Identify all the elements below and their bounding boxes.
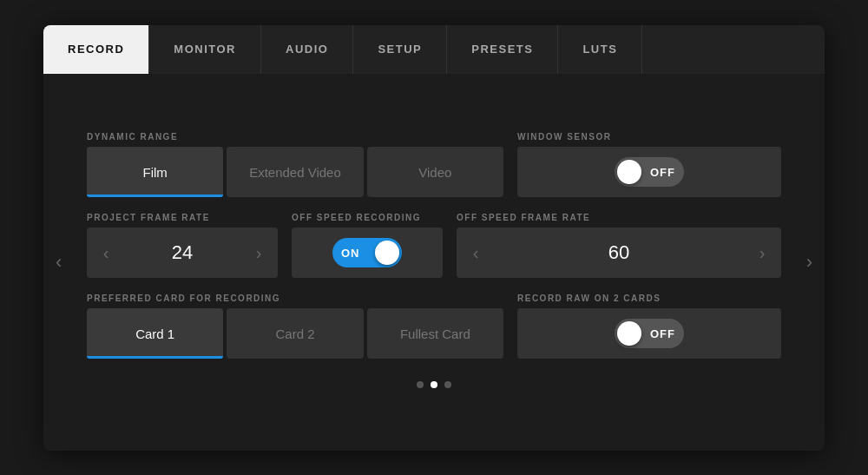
tab-luts[interactable]: LUTS (558, 25, 642, 74)
option-video[interactable]: Video (367, 147, 503, 197)
option-film[interactable]: Film (87, 147, 223, 197)
window-sensor-state: OFF (650, 166, 675, 179)
off-speed-frame-rate-next[interactable]: › (743, 228, 781, 278)
row-2: PROJECT FRAME RATE ‹ 24 › OFF SPEED RECO… (87, 213, 781, 278)
window-sensor-label: WINDOW SENSOR (517, 132, 781, 142)
record-raw-section: RECORD RAW ON 2 CARDS OFF (517, 294, 781, 359)
content-panel: DYNAMIC RANGE Film Extended Video Video … (87, 116, 781, 407)
tab-setup[interactable]: SETUP (353, 25, 447, 74)
page-next-arrow[interactable]: › (806, 251, 812, 274)
preferred-card-section: PREFERRED CARD FOR RECORDING Card 1 Card… (87, 294, 503, 359)
record-raw-knob (617, 321, 641, 346)
dynamic-range-options: Film Extended Video Video (87, 147, 503, 197)
row-3: PREFERRED CARD FOR RECORDING Card 1 Card… (87, 294, 781, 359)
option-card1[interactable]: Card 1 (87, 308, 223, 359)
tab-monitor[interactable]: MONITOR (149, 25, 261, 74)
main-window: RECORD MONITOR AUDIO SETUP PRESETS LUTS … (43, 25, 825, 451)
off-speed-recording-knob (375, 241, 399, 265)
window-sensor-section: WINDOW SENSOR OFF (517, 132, 781, 197)
tab-record[interactable]: RECORD (43, 25, 149, 74)
window-sensor-knob (617, 160, 641, 184)
off-speed-frame-rate-value: 60 (495, 241, 743, 264)
page-prev-arrow[interactable]: ‹ (56, 251, 62, 274)
preferred-card-label: PREFERRED CARD FOR RECORDING (87, 294, 503, 303)
window-sensor-toggle[interactable]: OFF (615, 157, 684, 187)
project-frame-rate-value: 24 (125, 241, 240, 264)
main-content: ‹ › DYNAMIC RANGE Film Extended Video Vi… (43, 74, 825, 451)
row-1: DYNAMIC RANGE Film Extended Video Video … (87, 132, 781, 197)
project-frame-rate-label: PROJECT FRAME RATE (87, 213, 278, 222)
off-speed-recording-label: OFF SPEED RECORDING (292, 213, 443, 222)
off-speed-recording-toggle[interactable]: ON (332, 238, 402, 267)
off-speed-recording-state: ON (341, 247, 360, 260)
off-speed-frame-rate-prev[interactable]: ‹ (457, 228, 495, 278)
tab-presets[interactable]: PRESETS (447, 25, 558, 74)
off-speed-frame-rate-label: OFF SPEED FRAME RATE (457, 213, 781, 222)
record-raw-toggle-container: OFF (517, 308, 781, 359)
pagination-dot-1[interactable] (417, 381, 424, 388)
project-frame-rate-section: PROJECT FRAME RATE ‹ 24 › (87, 213, 278, 278)
project-frame-rate-stepper: ‹ 24 › (87, 228, 278, 278)
off-speed-recording-toggle-container: ON (292, 228, 443, 278)
pagination-dot-3[interactable] (444, 381, 451, 388)
pagination-dot-2[interactable] (431, 381, 437, 388)
off-speed-frame-rate-section: OFF SPEED FRAME RATE ‹ 60 › (457, 213, 781, 278)
tab-bar: RECORD MONITOR AUDIO SETUP PRESETS LUTS (43, 25, 825, 74)
project-frame-rate-prev[interactable]: ‹ (87, 228, 125, 278)
off-speed-frame-rate-stepper: ‹ 60 › (457, 228, 781, 278)
project-frame-rate-next[interactable]: › (240, 228, 278, 278)
record-raw-state: OFF (650, 327, 675, 340)
preferred-card-options: Card 1 Card 2 Fullest Card (87, 308, 503, 359)
window-sensor-toggle-container: OFF (517, 147, 781, 197)
record-raw-toggle[interactable]: OFF (615, 319, 684, 348)
pagination (87, 374, 781, 392)
record-raw-label: RECORD RAW ON 2 CARDS (517, 294, 781, 303)
dynamic-range-section: DYNAMIC RANGE Film Extended Video Video (87, 132, 503, 197)
option-fullest-card[interactable]: Fullest Card (367, 308, 503, 359)
dynamic-range-label: DYNAMIC RANGE (87, 132, 503, 142)
option-card2[interactable]: Card 2 (227, 308, 363, 359)
off-speed-recording-section: OFF SPEED RECORDING ON (292, 213, 443, 278)
tab-audio[interactable]: AUDIO (261, 25, 353, 74)
option-extended-video[interactable]: Extended Video (227, 147, 363, 197)
